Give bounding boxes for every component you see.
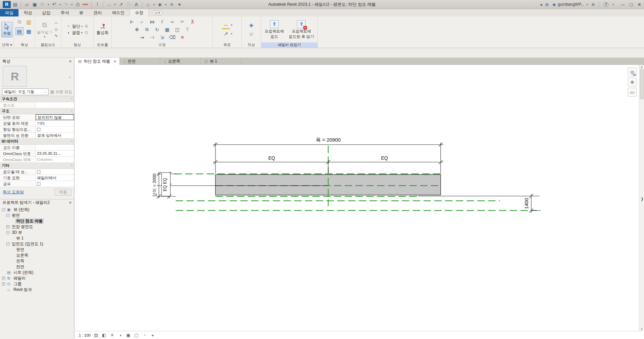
reveal-hidden-elements-icon[interactable]: ◕ (149, 333, 156, 338)
collapse-box-icon[interactable]: − (6, 214, 9, 217)
project-browser-header[interactable]: 프로젝트 탐색기 - 패밀리2 ✕ (0, 199, 74, 206)
view-tab-front[interactable]: ⌂전면 (120, 58, 160, 65)
chevron-down-icon[interactable]: ⌄ (69, 75, 71, 78)
expand-box-icon[interactable]: + (2, 277, 5, 280)
panel-label-properties[interactable]: 특성 (14, 42, 35, 48)
split-element-icon[interactable]: ⌯ (169, 18, 176, 25)
tree-item[interactable]: 왼쪽 (0, 258, 74, 264)
properties-palette-header[interactable]: 특성 ✕ (0, 58, 74, 65)
property-value[interactable]: Columns (36, 157, 74, 162)
panel-label-geometry[interactable]: 형상 (61, 42, 93, 48)
tree-item[interactable]: 뒷면 (0, 247, 74, 253)
previous-zoom-icon[interactable]: ▭ (628, 88, 637, 97)
default-3d-view-icon-dropdown[interactable]: ▾ (152, 3, 156, 6)
collapse-box-icon[interactable]: − (2, 208, 5, 211)
move-icon[interactable]: ✥ (133, 26, 141, 33)
match-type-properties-icon[interactable]: ✎ (54, 33, 59, 39)
panel-label-select[interactable]: 선택 ▾ (0, 42, 14, 48)
type-selector[interactable]: 패밀리: 구조 기둥 ⌄ (2, 88, 48, 95)
panel-label-clipboard[interactable]: 클립보드 (35, 42, 61, 48)
view-tab-bottom-ref-level[interactable]: ▤하단 참조 레벨✕ (75, 58, 120, 65)
crop-view-icon[interactable]: ▣ (125, 333, 131, 338)
tree-item[interactable]: 뷰 1 (0, 235, 74, 241)
delete-icon[interactable]: ✕ (179, 34, 186, 41)
drawing-area[interactable]: 폭 = 20900EQEQ깊이 = 2000EQ EQ1400 ◎2D⊕▭ ▲ … (75, 65, 644, 339)
collapse-box-icon[interactable]: − (6, 242, 9, 246)
array-icon[interactable]: ▦ (164, 26, 171, 33)
expand-box-icon[interactable]: + (6, 225, 9, 228)
tree-item[interactable]: −▣뷰 (전체) (0, 207, 74, 213)
panel-label-family-editor[interactable]: 패밀리 편집기 (261, 42, 317, 48)
trim-extend-icon[interactable]: ⊣ (148, 34, 156, 41)
temporary-hide-isolate-icon[interactable]: ◔ (141, 333, 147, 338)
mirror-icon[interactable]: ◫ (174, 26, 181, 33)
ribbon-tab-insert[interactable]: 삽입 (37, 9, 56, 16)
measure-between-button[interactable]: ↗ ▾ (222, 30, 232, 38)
panel-expand-arrow[interactable]: ❯ (641, 197, 644, 201)
cope-icon[interactable]: ⌐ (138, 18, 146, 25)
restore-button[interactable]: ▢ (630, 2, 633, 7)
tree-item[interactable]: −평면 (0, 213, 74, 218)
properties-palette-icon[interactable]: ▤ (15, 27, 24, 35)
ribbon-tab-manage[interactable]: 관리 (89, 9, 107, 16)
app-store-cart-icon[interactable]: ⧈ (591, 2, 594, 7)
redo-icon-dropdown[interactable]: ▾ (70, 3, 73, 6)
tree-item[interactable]: 하단 참조 레벨 (0, 218, 74, 224)
view-scale[interactable]: 1 : 100 (79, 333, 91, 337)
unpin-icon[interactable]: ⊼ (189, 18, 196, 25)
default-3d-view-icon[interactable]: ⌂ (145, 1, 151, 8)
copy-icon[interactable]: ⧉ (143, 26, 151, 33)
minimize-button[interactable]: — (621, 2, 625, 6)
depth-dimension-label[interactable]: 깊이 = 2000 (152, 174, 157, 197)
close-view-icon[interactable]: ✕ (113, 60, 116, 63)
create-array-icon[interactable]: ⧄ (247, 30, 256, 38)
checkbox[interactable] (37, 170, 40, 174)
activate-controls-button[interactable]: 활성화 (97, 23, 109, 36)
expand-box-icon[interactable]: + (2, 282, 5, 286)
scroll-up-icon[interactable]: ▲ (641, 66, 643, 68)
show-crop-region-icon[interactable]: ▢ (133, 333, 139, 338)
text-icon[interactable]: A (133, 1, 140, 8)
collapse-arrow-icon[interactable]: ◂ (540, 2, 542, 7)
measure-dimension-button[interactable]: ↔ ▾ (222, 21, 232, 29)
tree-item[interactable]: +⧉패밀리 (0, 275, 74, 281)
undo-icon[interactable]: ↶ (51, 1, 58, 8)
property-section-id-data[interactable]: ID 데이터^ (0, 139, 74, 145)
pin-icon[interactable]: ⊤ (184, 26, 191, 33)
search-icon[interactable]: ⊚ (545, 2, 549, 7)
property-value[interactable] (36, 102, 74, 108)
scrollbar-thumb[interactable] (640, 69, 644, 99)
rotate-icon[interactable]: ↻ (154, 26, 161, 33)
property-value[interactable]: 패밀리에서 (36, 175, 74, 181)
detail-level-icon[interactable]: ▤ (93, 333, 99, 338)
right-dimension-label[interactable]: 1400 (523, 198, 529, 209)
offset-icon[interactable]: ⇥ (138, 34, 146, 41)
property-section-structure[interactable]: 구조^ (0, 108, 74, 114)
zoom-icon[interactable]: ⊕ (628, 78, 637, 86)
steering-wheel-icon[interactable]: ◎2D (628, 68, 637, 76)
eq-label-right[interactable]: EQ (381, 155, 388, 161)
property-value[interactable]: 기타 (36, 120, 74, 126)
panel-label-create[interactable]: 작성 (242, 42, 261, 48)
trim-corner-icon[interactable]: ⌫ (169, 34, 176, 41)
close-icon[interactable]: ✕ (69, 60, 72, 63)
undo-icon-dropdown[interactable]: ▾ (59, 3, 62, 6)
thin-lines-icon[interactable]: ≡ (168, 1, 175, 8)
view-tab-right[interactable]: ⌂오른쪽 (160, 58, 201, 65)
scale-icon[interactable]: ⇲ (159, 34, 166, 41)
property-value[interactable] (36, 145, 74, 150)
customize-qat-icon[interactable]: ▾ (176, 1, 183, 8)
cut-to-clipboard-icon[interactable]: ✂ (54, 20, 59, 26)
ribbon-display-toggle[interactable]: ▭ ▾ (152, 10, 163, 15)
ribbon-tab-annotate[interactable]: 주석 (56, 9, 74, 16)
measure-between-icon[interactable]: ↗ (117, 1, 124, 8)
property-value[interactable] (36, 169, 74, 175)
paste-button[interactable]: ⧉ 붙여넣기 ▾ (37, 21, 53, 38)
width-dimension-label[interactable]: 폭 = 20900 (316, 137, 341, 143)
property-value[interactable]: 23.25.30.11.... (36, 151, 74, 156)
tree-item[interactable]: −입면도 (입면도 1) (0, 241, 74, 247)
collapse-chevron-icon[interactable]: ^ (71, 98, 72, 101)
panel-label-measure[interactable]: 측정 (213, 42, 241, 48)
collapse-chevron-icon[interactable]: ^ (71, 110, 72, 113)
eq-pair-label[interactable]: EQ EQ (163, 178, 167, 191)
